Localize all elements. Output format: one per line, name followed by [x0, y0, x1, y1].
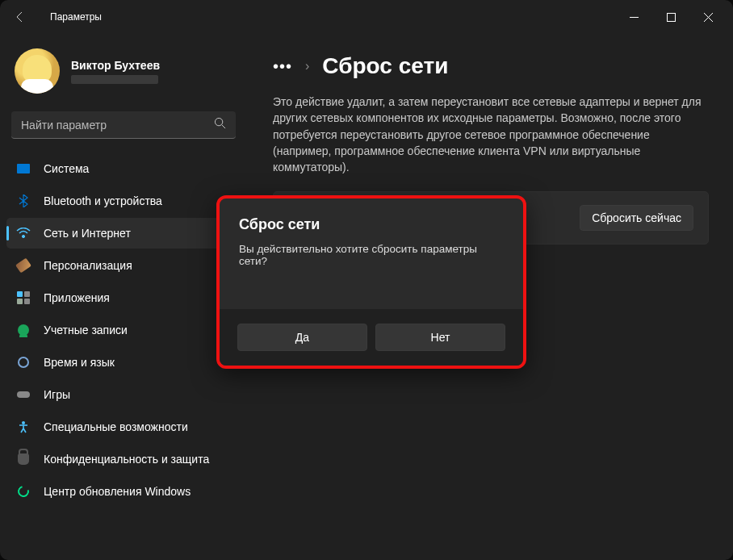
sidebar-item-label: Конфиденциальность и защита — [44, 453, 209, 466]
sidebar-item-accounts[interactable]: Учетные записи — [6, 315, 241, 345]
sidebar-item-label: Приложения — [44, 291, 110, 304]
accounts-icon — [16, 323, 31, 337]
dialog-title: Сброс сети — [239, 216, 504, 233]
sidebar-item-bluetooth[interactable]: Bluetooth и устройства — [6, 186, 241, 216]
accessibility-icon — [16, 420, 31, 434]
system-icon — [16, 161, 31, 176]
update-icon — [16, 484, 31, 499]
svg-point-2 — [22, 235, 24, 237]
sidebar-item-label: Игры — [44, 388, 70, 401]
user-email — [71, 75, 158, 84]
breadcrumb: ••• › Сброс сети — [273, 53, 709, 79]
sidebar-item-personalization[interactable]: Персонализация — [6, 250, 241, 281]
bluetooth-icon — [16, 194, 31, 208]
search-input[interactable] — [21, 119, 214, 132]
sidebar-item-label: Система — [44, 162, 89, 175]
sidebar-item-accessibility[interactable]: Специальные возможности — [6, 412, 241, 442]
user-name: Виктор Бухтеев — [71, 59, 160, 72]
clock-icon — [16, 355, 31, 370]
nav-list: Система Bluetooth и устройства Сеть и Ин… — [6, 153, 241, 507]
settings-window: Параметры Виктор Бухтеев — [0, 0, 733, 560]
svg-point-4 — [22, 421, 25, 424]
search-icon — [214, 117, 226, 132]
wifi-icon — [16, 226, 31, 240]
sidebar-item-label: Специальные возможности — [44, 420, 188, 433]
back-button[interactable] — [6, 3, 34, 31]
sidebar-item-time-language[interactable]: Время и язык — [6, 347, 241, 378]
search-box[interactable] — [11, 111, 236, 139]
brush-icon — [16, 258, 31, 273]
shield-icon — [16, 452, 31, 466]
sidebar-item-privacy[interactable]: Конфиденциальность и защита — [6, 444, 241, 474]
chevron-right-icon: › — [305, 59, 309, 73]
avatar — [15, 48, 60, 94]
sidebar-item-system[interactable]: Система — [6, 153, 241, 184]
sidebar-item-label: Персонализация — [44, 259, 132, 272]
page-description: Это действие удалит, а затем переустанов… — [273, 94, 709, 175]
window-title: Параметры — [50, 11, 102, 23]
minimize-button[interactable] — [615, 3, 652, 31]
sidebar-item-label: Сеть и Интернет — [44, 227, 131, 240]
sidebar-item-label: Время и язык — [44, 356, 115, 369]
window-controls — [615, 3, 727, 31]
reset-now-button[interactable]: Сбросить сейчас — [580, 205, 693, 231]
close-button[interactable] — [689, 3, 727, 31]
user-block[interactable]: Виктор Бухтеев — [6, 42, 241, 103]
sidebar-item-windows-update[interactable]: Центр обновления Windows — [6, 476, 241, 507]
sidebar-item-label: Bluetooth и устройства — [44, 194, 162, 207]
sidebar-item-label: Учетные записи — [44, 324, 128, 336]
svg-rect-3 — [17, 391, 30, 398]
sidebar-item-apps[interactable]: Приложения — [6, 282, 241, 313]
sidebar-item-network[interactable]: Сеть и Интернет — [6, 218, 241, 249]
svg-rect-0 — [667, 13, 675, 21]
confirm-dialog: Сброс сети Вы действительно хотите сброс… — [216, 195, 526, 369]
titlebar: Параметры — [0, 0, 733, 34]
dialog-no-button[interactable]: Нет — [375, 324, 505, 351]
dialog-message: Вы действительно хотите сбросить парамет… — [239, 243, 504, 267]
dialog-yes-button[interactable]: Да — [237, 324, 367, 351]
page-title: Сброс сети — [322, 53, 448, 79]
apps-icon — [16, 290, 31, 305]
gamepad-icon — [16, 387, 31, 402]
breadcrumb-ellipsis[interactable]: ••• — [273, 57, 292, 76]
svg-point-1 — [215, 118, 222, 125]
sidebar-item-label: Центр обновления Windows — [44, 485, 191, 498]
sidebar-item-gaming[interactable]: Игры — [6, 379, 241, 410]
maximize-button[interactable] — [652, 3, 689, 31]
sidebar: Виктор Бухтеев Система — [0, 34, 244, 560]
